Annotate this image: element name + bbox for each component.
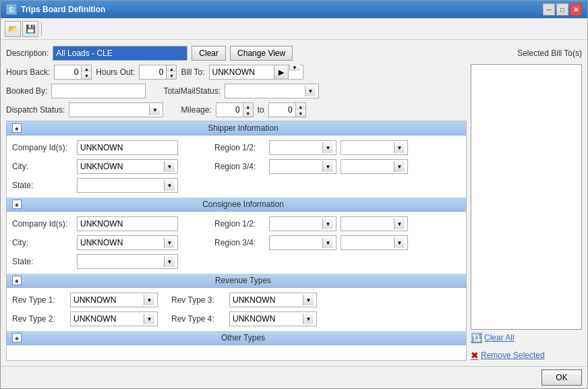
hours-out-down[interactable]: ▼ <box>167 72 176 79</box>
revenue-title: Revenue Types <box>26 276 461 285</box>
other-title: Other Types <box>26 333 461 342</box>
shipper-city-select[interactable]: UNKNOWN ▼ <box>77 159 178 174</box>
window-controls: ─ □ ✕ <box>543 3 582 16</box>
shipper-state-label: State: <box>12 181 73 190</box>
minimize-button[interactable]: ─ <box>543 3 555 16</box>
dispatch-label: Dispatch Status: <box>6 105 65 115</box>
consignee-state-label: State: <box>12 257 73 266</box>
description-row: Description: Clear Change View Selected … <box>6 45 582 61</box>
mileage-from-down[interactable]: ▼ <box>243 110 253 117</box>
change-view-button[interactable]: Change View <box>230 46 293 61</box>
hours-out-label: Hours Out: <box>96 67 135 77</box>
rev3-select[interactable]: UNKNOWN ▼ <box>229 293 317 307</box>
shipper-company-input[interactable] <box>77 140 178 155</box>
clear-all-icon: 🔃 <box>471 332 482 343</box>
ok-button[interactable]: OK <box>541 369 582 386</box>
hours-out-spin: ▲ ▼ <box>139 65 177 80</box>
rev4-select[interactable]: UNKNOWN ▼ <box>229 311 317 326</box>
revenue-collapse-icon[interactable]: ♠ <box>12 276 22 285</box>
consignee-region34-row: Region 3/4: ▼ ▼ <box>214 235 408 251</box>
consignee-city-arrow[interactable]: ▼ <box>164 237 175 248</box>
shipper-state-arrow[interactable]: ▼ <box>164 180 175 191</box>
maximize-button[interactable]: □ <box>556 3 568 16</box>
clear-button[interactable]: Clear <box>192 46 226 61</box>
mileage-to-down[interactable]: ▼ <box>296 110 305 117</box>
rev1-label: Rev Type 1: <box>12 295 66 305</box>
right-actions: 🔃 Clear All ✖ Remove Selected <box>471 332 582 361</box>
hours-back-input[interactable] <box>54 65 81 80</box>
revenue-section-header[interactable]: ♠ Revenue Types <box>7 274 466 288</box>
consignee-city-select[interactable]: UNKNOWN ▼ <box>77 235 178 250</box>
mileage-from-spinners: ▲ ▼ <box>243 102 254 117</box>
rev1-row: Rev Type 1: UNKNOWN ▼ <box>12 292 158 308</box>
consignee-company-input[interactable] <box>77 216 178 231</box>
hours-back-up[interactable]: ▲ <box>82 65 91 72</box>
mileage-from-input[interactable] <box>216 102 243 117</box>
mileage-label: Mileage: <box>181 105 211 115</box>
shipper-region12-row: Region 1/2: ▼ ▼ <box>214 140 408 156</box>
revenue-content: Rev Type 1: UNKNOWN ▼ Rev Type 2: <box>7 288 466 331</box>
shipper-region34-label: Region 3/4: <box>214 162 265 171</box>
consignee-collapse-icon[interactable]: ♠ <box>12 200 22 209</box>
other-collapse-icon[interactable]: ♠ <box>12 333 22 342</box>
mileage-to-up[interactable]: ▲ <box>296 103 305 110</box>
rev1-select[interactable]: UNKNOWN ▼ <box>70 293 158 307</box>
description-input[interactable] <box>53 46 187 61</box>
shipper-city-row: City: UNKNOWN ▼ <box>12 158 201 175</box>
mileage-to-label: to <box>258 105 264 115</box>
remove-selected-link[interactable]: ✖ Remove Selected <box>471 350 545 361</box>
consignee-city-label: City: <box>12 238 73 247</box>
bill-to-arrow[interactable]: ▼ <box>289 65 300 71</box>
shipper-region12-select1[interactable]: ▼ <box>269 140 336 155</box>
shipper-region12-select2[interactable]: ▼ <box>341 140 408 155</box>
shipper-city-arrow[interactable]: ▼ <box>164 161 175 172</box>
consignee-region12-select1[interactable]: ▼ <box>269 216 336 231</box>
save-button[interactable]: 💾 <box>22 21 38 37</box>
mileage-from-up[interactable]: ▲ <box>243 103 253 110</box>
consignee-state-select[interactable]: ▼ <box>77 254 178 269</box>
bill-to-label: Bill To: <box>181 67 204 77</box>
hours-back-down[interactable]: ▼ <box>82 72 91 79</box>
selected-bill-list <box>471 64 582 330</box>
consignee-region34-select1[interactable]: ▼ <box>269 235 336 250</box>
dispatch-select[interactable]: ▼ <box>69 102 163 117</box>
booked-by-input[interactable] <box>51 84 146 98</box>
total-mail-select[interactable]: ▼ <box>225 84 319 98</box>
rev2-select[interactable]: UNKNOWN ▼ <box>70 311 158 326</box>
mileage-to-input[interactable] <box>268 102 295 117</box>
remove-icon: ✖ <box>471 350 479 361</box>
hours-out-up[interactable]: ▲ <box>167 65 176 72</box>
mileage-to-spinners: ▲ ▼ <box>295 102 306 117</box>
shipper-company-label: Company Id(s): <box>12 143 73 152</box>
rev4-label: Rev Type 4: <box>171 314 225 324</box>
shipper-state-row: State: ▼ <box>12 177 201 193</box>
dispatch-arrow[interactable]: ▼ <box>149 104 160 115</box>
shipper-section-header[interactable]: ♠ Shipper Information <box>7 121 466 136</box>
consignee-region12-select2[interactable]: ▼ <box>341 216 408 231</box>
other-section-header[interactable]: ♠ Other Types <box>7 331 466 345</box>
shipper-region34-select2[interactable]: ▼ <box>341 159 408 174</box>
shipper-state-select[interactable]: ▼ <box>77 178 178 193</box>
hours-out-input[interactable] <box>139 65 166 80</box>
consignee-city-row: City: UNKNOWN ▼ <box>12 235 201 251</box>
shipper-region34-select1[interactable]: ▼ <box>269 159 336 174</box>
bill-to-nav[interactable]: ▶ <box>274 65 289 80</box>
shipper-collapse-icon[interactable]: ♠ <box>12 123 22 133</box>
window-title: Trips Board Definition <box>21 5 105 14</box>
close-button[interactable]: ✕ <box>570 3 582 16</box>
sections-scroll[interactable]: ♠ Shipper Information Company Id(s): <box>6 121 467 361</box>
total-mail-arrow[interactable]: ▼ <box>305 86 316 96</box>
hours-back-spin: ▲ ▼ <box>54 65 92 80</box>
consignee-state-arrow[interactable]: ▼ <box>164 256 175 267</box>
clear-all-link[interactable]: 🔃 Clear All <box>471 332 514 343</box>
consignee-region34-label: Region 3/4: <box>214 238 265 247</box>
consignee-section-header[interactable]: ♠ Consignee Information <box>7 198 466 212</box>
open-folder-button[interactable]: 📂 <box>5 21 21 37</box>
consignee-region12-label: Region 1/2: <box>214 219 265 229</box>
booked-by-label: Booked By: <box>6 86 47 96</box>
bill-to-select[interactable]: UNKNOWN ▶ ▼ <box>209 65 303 80</box>
shipper-region34-row: Region 3/4: ▼ ▼ <box>214 158 408 175</box>
consignee-region34-select2[interactable]: ▼ <box>341 235 408 250</box>
mileage-from-spin: ▲ ▼ <box>216 102 254 117</box>
shipper-company-row: Company Id(s): <box>12 140 201 156</box>
